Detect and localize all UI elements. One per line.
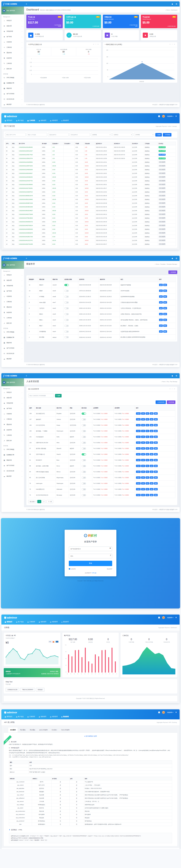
avatar[interactable]: ☺ — [162, 115, 165, 118]
help-button[interactable]: 在线阅读开发文档 — [6, 688, 19, 692]
edit-button[interactable]: 编辑 — [159, 319, 163, 321]
search-button[interactable]: Q 搜索 — [55, 394, 61, 397]
order-id[interactable]: C20220330110931466083 — [18, 183, 41, 186]
order-id[interactable]: C20220330104758236819 — [18, 216, 41, 220]
sidebar-user-panel[interactable]: ☻身份: 超管理员› — [1, 261, 24, 269]
nav-item-管理首页[interactable]: ▦管理首页 — [5, 621, 12, 623]
action-button[interactable]: 子账户 — [136, 436, 141, 438]
sidebar-item-渠道管理[interactable]: ♜渠道管理› — [1, 427, 24, 433]
action-button[interactable]: 风控 — [146, 447, 149, 450]
order-id[interactable]: C20220330112435177520 — [18, 153, 41, 157]
status-toggle[interactable]: 关闭 — [82, 436, 86, 438]
action-button[interactable]: 子账户 — [136, 430, 141, 432]
status-toggle[interactable]: 关闭 — [82, 459, 86, 461]
status-toggle[interactable]: 关闭 — [82, 494, 86, 496]
order-id[interactable]: C20220330105621308462 — [18, 197, 41, 201]
delete-button[interactable]: 删除 — [154, 441, 158, 444]
sidebar-item-用户分类管理[interactable]: ◈用户分类管理› — [1, 463, 24, 468]
filter-select[interactable]: 全部渠道▾ — [91, 133, 111, 136]
status-toggle[interactable]: 关闭 — [82, 477, 86, 479]
action-button[interactable]: 子账户 — [136, 459, 141, 461]
order-id[interactable]: C20220330105836914275 — [18, 194, 41, 197]
delete-button[interactable]: 删除 — [163, 296, 167, 298]
column-header[interactable]: 接口状态 — [80, 406, 92, 411]
action-button[interactable]: 子账户 — [136, 424, 141, 426]
action-button[interactable]: 风控 — [146, 471, 149, 473]
bell-icon[interactable] — [158, 711, 160, 714]
help-button[interactable]: 下载开发文档DEMO — [20, 688, 35, 692]
edit-button[interactable]: 编辑 — [150, 447, 153, 450]
edit-button[interactable]: 编辑 — [159, 330, 163, 333]
column-header[interactable]: 商户编号 — [41, 142, 52, 145]
edit-button[interactable]: 编辑 — [159, 324, 163, 327]
edit-button[interactable]: 编辑 — [150, 430, 153, 432]
edit-button[interactable]: 编辑 — [150, 471, 153, 473]
column-header[interactable]: 模板代码 — [52, 277, 63, 282]
status-toggle[interactable]: 关闭 — [82, 442, 86, 444]
order-id[interactable]: C20220330111244157730 — [18, 179, 41, 183]
action-button[interactable]: 子账户 — [136, 447, 141, 450]
order-id[interactable]: C20220330104537906214 — [18, 224, 41, 227]
gear-icon[interactable]: ⚙ — [175, 115, 177, 117]
default-toggle[interactable]: 否 — [64, 307, 69, 309]
edit-button[interactable]: 编辑 — [150, 418, 153, 421]
order-id[interactable]: C20220330112504121527 — [18, 149, 41, 153]
nav-item-财务管理[interactable]: ◉财务管理 — [39, 621, 46, 623]
edit-button[interactable]: 编辑 — [150, 459, 153, 461]
status-toggle[interactable]: 关闭 — [82, 447, 86, 450]
adminor-logo[interactable]: adminor — [4, 616, 17, 619]
sidebar-item-用户分类管理[interactable]: ◈用户分类管理› — [1, 345, 24, 351]
column-header[interactable]: 备注 — [120, 277, 158, 282]
default-toggle[interactable]: 否 — [64, 325, 69, 327]
sidebar-item-财务分析[interactable]: ⇗财务分析› — [1, 320, 24, 326]
action-button[interactable]: 子账户 — [136, 453, 141, 456]
sidebar-item-后台登录记录[interactable]: ✉后台登录记录› — [1, 351, 24, 356]
gear-icon[interactable]: ⚙ — [176, 257, 177, 259]
status-toggle[interactable]: 关闭 — [82, 465, 86, 467]
column-header[interactable]: 类型.. — [11, 142, 18, 145]
sidebar-item-通道管理[interactable]: ⚑通道管理› — [1, 305, 24, 310]
action-button[interactable]: 费率 — [141, 418, 145, 421]
gear-icon[interactable]: ⚙ — [176, 375, 177, 377]
status-toggle[interactable]: 关闭 — [82, 488, 86, 490]
edit-button[interactable]: 编辑 — [150, 424, 153, 426]
status-toggle[interactable]: 关闭 — [82, 483, 86, 485]
nav-item-结算管理[interactable]: ▥结算管理 — [50, 716, 58, 718]
add-template-button[interactable]: ⊕ 添加模板 — [169, 271, 177, 274]
action-button[interactable]: 子账户 — [136, 465, 141, 467]
sidebar-item-系统设置[interactable]: ⚙系统设置› — [1, 278, 24, 283]
tab-支付请求[interactable]: 支付请求 — [8, 727, 18, 733]
next-page-button[interactable]: 下一页 — [46, 500, 53, 503]
sidebar-item-通道管理[interactable]: ⚑通道管理› — [1, 422, 24, 427]
delete-button[interactable]: 删除 — [163, 284, 167, 286]
column-header[interactable]: 编号 — [28, 406, 35, 411]
panel-tools[interactable]: ✕ ˄ ✕ — [170, 43, 176, 46]
filter-select[interactable]: 订单类型▾ — [134, 133, 154, 136]
user-icon[interactable]: ☻ — [171, 3, 173, 5]
column-header[interactable]: 模板编号 — [28, 277, 38, 282]
sidebar-item-网站维护[interactable]: ☁网站维护› — [1, 474, 24, 479]
edit-button[interactable]: 编辑 — [150, 494, 153, 496]
search-button[interactable]: Q 搜索 — [155, 133, 162, 136]
action-button[interactable]: 风控 — [146, 436, 149, 438]
order-id[interactable]: C20220330104434953403 — [18, 227, 41, 231]
remember-checkbox[interactable]: ✓ — [69, 568, 70, 569]
edit-button[interactable]: 编辑 — [150, 482, 153, 485]
action-button[interactable]: 子账户 — [136, 412, 141, 415]
fab-logo[interactable]: ƑFAB ADMIN — [1, 257, 24, 260]
add-supplier-button[interactable]: ⊕ 添加供应商 — [156, 400, 166, 404]
sidebar-item-代理管理[interactable]: ☺代理管理› — [1, 39, 24, 45]
sidebar-item-后台登录记录[interactable]: ✉后台登录记录› — [1, 96, 24, 102]
action-button[interactable]: 风控 — [146, 453, 149, 456]
sidebar-item-财务分析[interactable]: ⇗财务分析› — [1, 438, 24, 443]
sidebar-item-管理首页[interactable]: ⌂管理首页› — [1, 272, 24, 278]
filter-input[interactable] — [27, 133, 47, 136]
default-toggle[interactable]: 否 — [64, 302, 69, 304]
action-button[interactable]: 子账户 — [136, 494, 141, 496]
sidebar-item-管理员管理[interactable]: ☻管理员管理› — [1, 283, 24, 288]
order-id[interactable]: C20220330111822604917 — [18, 172, 41, 175]
action-button[interactable]: 费率 — [141, 459, 145, 461]
nav-item-财务管理[interactable]: ◉财务管理 — [39, 120, 46, 122]
order-id[interactable]: C20220330110152837514 — [18, 190, 41, 194]
delete-button[interactable]: 删除 — [163, 324, 167, 327]
